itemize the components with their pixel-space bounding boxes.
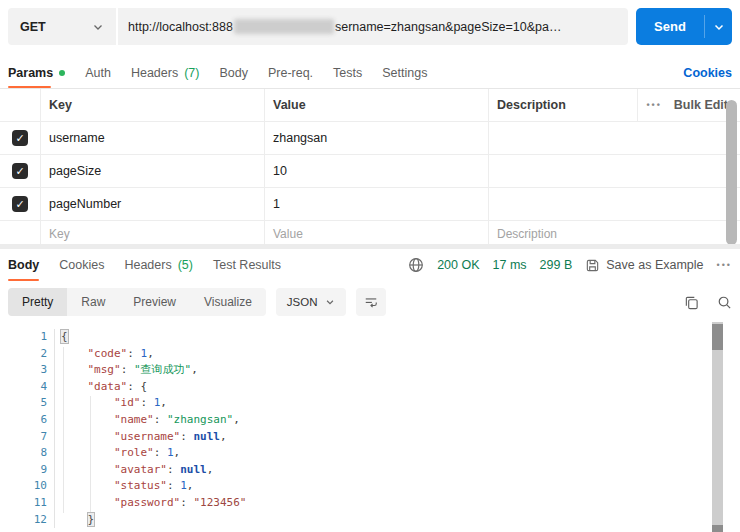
response-tab-label: Cookies xyxy=(59,258,104,272)
code-line: 10 "status": 1, xyxy=(0,478,740,495)
request-tab-pre-req[interactable]: Pre-req. xyxy=(268,57,313,88)
method-select[interactable]: GET xyxy=(8,8,116,45)
code-content: "msg": "查询成功", xyxy=(55,362,198,379)
request-tab-auth[interactable]: Auth xyxy=(85,57,111,88)
response-tab-label: Body xyxy=(8,258,39,272)
url-input[interactable]: http://localhost:888sername=zhangsan&pag… xyxy=(118,8,628,45)
response-meta: 200 OK 17 ms 299 B Save as Example ••• xyxy=(408,257,732,273)
chevron-down-icon xyxy=(92,21,104,33)
line-number: 9 xyxy=(0,462,55,479)
cookies-link[interactable]: Cookies xyxy=(683,66,732,80)
code-line: 6 "name": "zhangsan", xyxy=(0,412,740,429)
format-select[interactable]: JSON xyxy=(276,288,346,316)
request-tab-settings[interactable]: Settings xyxy=(382,57,427,88)
response-tab-cookies[interactable]: Cookies xyxy=(59,249,104,281)
params-row: ✓pageNumber1 xyxy=(0,188,740,221)
param-key-cell[interactable]: username xyxy=(40,122,264,154)
save-as-example-button[interactable]: Save as Example xyxy=(585,258,703,273)
view-tab-pretty[interactable]: Pretty xyxy=(8,288,67,316)
bulk-edit-button[interactable]: Bulk Edit xyxy=(674,98,728,112)
line-number: 4 xyxy=(0,379,55,396)
response-time[interactable]: 17 ms xyxy=(493,258,527,272)
code-content: "avatar": null, xyxy=(55,462,213,479)
chevron-down-icon xyxy=(325,297,335,307)
tab-count-badge: (7) xyxy=(184,66,199,80)
response-tab-test-results[interactable]: Test Results xyxy=(213,249,281,281)
code-content: } xyxy=(55,512,94,529)
row-checkbox[interactable]: ✓ xyxy=(12,196,28,212)
line-number: 8 xyxy=(0,445,55,462)
response-size[interactable]: 299 B xyxy=(540,258,573,272)
code-content: "data": { xyxy=(55,379,147,396)
line-number: 2 xyxy=(0,346,55,363)
params-scrollbar-thumb[interactable] xyxy=(726,100,737,245)
request-tab-label: Tests xyxy=(333,66,362,80)
row-checkbox[interactable]: ✓ xyxy=(12,163,28,179)
code-line: 5 "id": 1, xyxy=(0,395,740,412)
request-tab-params[interactable]: Params xyxy=(8,57,65,88)
response-body-code[interactable]: 1{2 "code": 1,3 "msg": "查询成功",4 "data": … xyxy=(0,322,740,532)
request-tab-label: Pre-req. xyxy=(268,66,313,80)
view-tab-raw[interactable]: Raw xyxy=(67,288,119,316)
code-line: 1{ xyxy=(0,329,740,346)
save-icon xyxy=(585,258,600,273)
request-tab-body[interactable]: Body xyxy=(219,57,248,88)
params-header-row: Key Value Description ••• Bulk Edit xyxy=(0,89,740,122)
send-button[interactable]: Send xyxy=(636,8,732,45)
code-content: "password": "123456" xyxy=(55,495,246,512)
response-tab-headers[interactable]: Headers(5) xyxy=(124,249,193,281)
param-key-cell[interactable]: pageNumber xyxy=(40,188,264,220)
code-line: 12 } xyxy=(0,512,740,529)
view-tab-preview[interactable]: Preview xyxy=(119,288,190,316)
code-line: 4 "data": { xyxy=(0,379,740,396)
request-tab-headers[interactable]: Headers(7) xyxy=(131,57,200,88)
request-tab-label: Settings xyxy=(382,66,427,80)
param-key-cell[interactable]: pageSize xyxy=(40,155,264,187)
code-content: "username": null, xyxy=(55,429,227,446)
params-table: Key Value Description ••• Bulk Edit ✓use… xyxy=(0,89,740,248)
param-description-cell[interactable] xyxy=(488,155,625,187)
line-number: 11 xyxy=(0,495,55,512)
param-description-cell[interactable] xyxy=(488,122,625,154)
network-globe-icon[interactable] xyxy=(408,257,424,273)
code-content: "id": 1, xyxy=(55,395,167,412)
line-number: 1 xyxy=(0,329,55,346)
response-tab-body[interactable]: Body xyxy=(8,249,39,281)
row-checkbox[interactable]: ✓ xyxy=(12,130,28,146)
param-value-cell[interactable]: 1 xyxy=(264,188,488,220)
param-description-cell[interactable] xyxy=(488,188,625,220)
param-value-cell[interactable]: zhangsan xyxy=(264,122,488,154)
indent-guide xyxy=(90,396,91,512)
code-scrollbar-track[interactable] xyxy=(712,322,723,532)
copy-icon[interactable] xyxy=(684,295,699,310)
code-content: "role": 1, xyxy=(55,445,180,462)
code-content: "status": 1, xyxy=(55,478,193,495)
send-options-chevron-icon[interactable] xyxy=(705,8,732,45)
code-line: 11 "password": "123456" xyxy=(0,495,740,512)
wrap-lines-button[interactable] xyxy=(356,288,386,316)
url-redacted-blur xyxy=(234,19,334,34)
unsaved-params-dot xyxy=(59,70,65,76)
url-suffix: sername=zhangsan&pageSize=10&pa… xyxy=(335,20,562,34)
postman-request-view: GET http://localhost:888sername=zhangsan… xyxy=(0,0,740,532)
request-tab-tests[interactable]: Tests xyxy=(333,57,362,88)
search-icon[interactable] xyxy=(717,295,732,310)
method-label: GET xyxy=(20,20,46,34)
line-number: 10 xyxy=(0,478,55,495)
save-as-example-label: Save as Example xyxy=(606,258,703,272)
send-label: Send xyxy=(636,8,704,45)
response-tab-label: Headers xyxy=(124,258,171,272)
view-tab-visualize[interactable]: Visualize xyxy=(190,288,266,316)
response-options-icon[interactable]: ••• xyxy=(717,260,732,270)
code-scrollbar-thumb[interactable] xyxy=(712,324,723,350)
request-tab-label: Body xyxy=(219,66,248,80)
status-badge[interactable]: 200 OK xyxy=(437,258,479,272)
column-options-icon[interactable]: ••• xyxy=(646,100,661,110)
view-mode-tabs: PrettyRawPreviewVisualize xyxy=(8,288,266,316)
column-header-key: Key xyxy=(40,89,264,121)
param-value-cell[interactable]: 10 xyxy=(264,155,488,187)
code-line: 2 "code": 1, xyxy=(0,346,740,363)
request-tab-label: Params xyxy=(8,66,53,80)
url-bar: GET http://localhost:888sername=zhangsan… xyxy=(8,8,732,45)
request-tab-label: Headers xyxy=(131,66,178,80)
